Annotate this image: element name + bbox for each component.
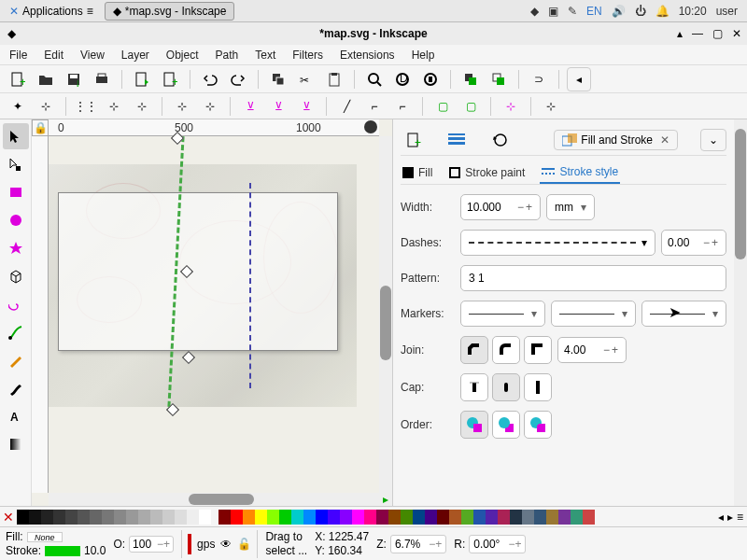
visibility-icon[interactable]: 👁	[220, 538, 232, 551]
swatch[interactable]	[53, 510, 65, 525]
ruler-lock-icon[interactable]: 🔒	[32, 119, 49, 136]
swatch[interactable]	[437, 510, 449, 525]
canvas-hscroll[interactable]	[49, 493, 379, 506]
snap-btn-15[interactable]: ▢	[458, 94, 483, 119]
export-button[interactable]: +	[158, 67, 182, 91]
swatch[interactable]	[449, 510, 461, 525]
print-button[interactable]	[90, 67, 114, 91]
swatch[interactable]	[162, 510, 175, 525]
snap-btn-6[interactable]: ⊹	[170, 94, 194, 119]
lock-icon[interactable]: 🔓	[237, 538, 251, 551]
pen-tool[interactable]	[3, 319, 29, 345]
snap-btn-17[interactable]: ⊹	[539, 94, 563, 119]
menu-layer[interactable]: Layer	[121, 49, 149, 62]
width-input[interactable]: −+	[460, 194, 541, 220]
swatch[interactable]	[461, 510, 473, 525]
rotation-input[interactable]: 0.00°−+	[469, 535, 526, 553]
swatch[interactable]	[267, 510, 279, 525]
panel-scrollbar[interactable]	[734, 119, 747, 506]
swatch[interactable]	[425, 510, 437, 525]
cut-button[interactable]: ✂	[294, 67, 318, 91]
swatch[interactable]	[571, 510, 583, 525]
new-doc-button[interactable]: +	[6, 67, 30, 91]
menu-view[interactable]: View	[80, 49, 105, 62]
swatch[interactable]	[78, 510, 90, 525]
zoom-draw-button[interactable]: D	[390, 67, 415, 91]
paste-button[interactable]	[322, 67, 346, 91]
palette-right-button[interactable]: ▸	[727, 511, 733, 524]
swatch[interactable]	[413, 510, 425, 525]
panel-tab-history-icon[interactable]	[486, 129, 513, 151]
cap-square-button[interactable]	[524, 373, 552, 401]
swatch[interactable]	[522, 510, 534, 525]
zoom-sel-button[interactable]	[362, 67, 387, 91]
menu-text[interactable]: Text	[255, 49, 275, 62]
snap-btn-7[interactable]: ⊹	[198, 94, 222, 119]
spiral-tool[interactable]	[3, 291, 29, 317]
cap-butt-button[interactable]	[460, 373, 488, 401]
swatch[interactable]	[583, 510, 595, 525]
swatch[interactable]	[150, 510, 162, 525]
swatch[interactable]	[90, 510, 102, 525]
swatch[interactable]	[328, 510, 340, 525]
swatch[interactable]	[473, 510, 486, 525]
menu-filters[interactable]: Filters	[292, 49, 323, 62]
swatch[interactable]	[316, 510, 328, 525]
tray-icon[interactable]: ◆	[530, 5, 539, 18]
undo-button[interactable]	[198, 67, 222, 91]
swatch[interactable]	[187, 510, 199, 525]
tray-hand-icon[interactable]: ✎	[568, 5, 577, 18]
swatch[interactable]	[388, 510, 401, 525]
swatch[interactable]	[364, 510, 376, 525]
copy-button[interactable]	[266, 67, 290, 91]
panel-tab-new-icon[interactable]: +	[401, 129, 427, 151]
snap-btn-16[interactable]: ⊹	[499, 94, 523, 119]
swatch[interactable]	[510, 510, 522, 525]
swatch[interactable]	[534, 510, 546, 525]
cap-round-button[interactable]	[492, 373, 520, 401]
swatch[interactable]	[255, 510, 267, 525]
panel-tab-layers-icon[interactable]	[444, 129, 470, 151]
panel-tab-fillstroke[interactable]: Fill and Stroke ✕	[554, 130, 678, 150]
miter-limit-input[interactable]: −+	[557, 337, 627, 363]
snap-btn-10[interactable]: ⊻	[294, 94, 318, 119]
panel-chevron-button[interactable]: ⌄	[700, 129, 726, 151]
menu-help[interactable]: Help	[412, 49, 435, 62]
3dbox-tool[interactable]	[3, 263, 29, 289]
swatch[interactable]	[303, 510, 316, 525]
canvas[interactable]	[49, 136, 379, 493]
swatch[interactable]	[199, 510, 211, 525]
palette-menu-button[interactable]: ≡	[737, 511, 743, 524]
palette-left-button[interactable]: ◂	[718, 511, 724, 524]
snap-btn-13[interactable]: ⌐	[390, 94, 415, 119]
swatch[interactable]	[279, 510, 291, 525]
canvas-corner-button[interactable]: ▸	[379, 493, 392, 506]
tray-user[interactable]: user	[716, 5, 738, 18]
subtab-stroke-style[interactable]: Stroke style	[540, 161, 620, 184]
window-rollup-button[interactable]: ▴	[677, 27, 683, 40]
snap-btn-8[interactable]: ⊻	[238, 94, 262, 119]
star-tool[interactable]	[3, 235, 29, 261]
rect-tool[interactable]	[3, 179, 29, 205]
pencil-tool[interactable]	[3, 347, 29, 373]
swatch[interactable]	[65, 510, 78, 525]
swatch[interactable]	[126, 510, 138, 525]
swatch[interactable]	[558, 510, 571, 525]
status-fill-swatch[interactable]: None	[27, 532, 63, 542]
swatch[interactable]	[291, 510, 303, 525]
snap-btn-9[interactable]: ⊻	[266, 94, 290, 119]
swatch[interactable]	[352, 510, 364, 525]
order-2-button[interactable]	[492, 411, 520, 439]
gradient-tool[interactable]	[3, 431, 29, 457]
pattern-input[interactable]: 3 1	[460, 265, 726, 291]
duplicate-button[interactable]	[458, 67, 483, 91]
window-maximize-button[interactable]: ▢	[712, 27, 723, 40]
node-tool[interactable]	[3, 151, 29, 177]
swatch[interactable]	[102, 510, 114, 525]
menu-object[interactable]: Object	[166, 49, 199, 62]
ellipse-tool[interactable]	[3, 207, 29, 233]
dash-offset-input[interactable]: −+	[661, 230, 726, 256]
tray-volume-icon[interactable]: 🔊	[612, 5, 626, 18]
tray-lang[interactable]: EN	[586, 5, 602, 18]
close-icon[interactable]: ✕	[660, 133, 669, 147]
